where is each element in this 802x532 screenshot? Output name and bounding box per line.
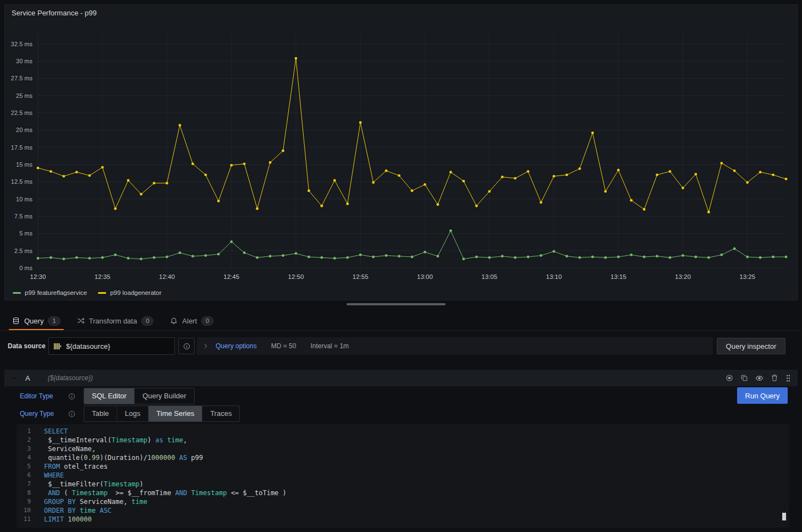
bell-icon [170,317,178,325]
datasource-value: ${datasource} [66,342,159,350]
tab-transform-data[interactable]: Transform data 0 [70,311,161,330]
legend-item-loadgenerator[interactable]: p99 loadgenerator [98,289,161,296]
svg-text:17.5 ms: 17.5 ms [11,144,33,151]
max-data-points-value: MD = 50 [271,342,296,350]
panel-title[interactable]: Service Performance - p99 [5,5,797,21]
query-type-time-series[interactable]: Time Series [149,406,202,421]
interval-value: Interval = 1m [310,342,349,350]
tab-label: Query [24,317,43,325]
code-line[interactable]: 7 $__timeFilter(Timestamp) [17,480,789,489]
info-circle-icon[interactable] [68,393,75,400]
tab-label: Alert [182,317,197,325]
line-number: 1 [17,427,31,436]
code-line[interactable]: 9GROUP BY ServiceName, time [17,497,789,506]
datasource-picker[interactable]: ${datasource} [48,337,175,355]
svg-text:12:35: 12:35 [95,273,111,280]
query-type-label: Query Type [20,410,68,418]
trash-icon[interactable] [771,374,778,382]
svg-text:25 ms: 25 ms [16,92,32,99]
line-number: 3 [17,445,31,453]
line-number: 7 [17,480,31,489]
overview-ruler-cursor-marker [782,513,786,520]
code-line[interactable]: 3 ServiceName, [17,445,789,453]
legend-swatch-yellow [98,292,106,294]
svg-text:7.5 ms: 7.5 ms [14,213,33,220]
sql-code-editor[interactable]: 1SELECT2 $__timeInterval(Timestamp) as t… [17,424,789,528]
drag-handle-icon[interactable] [785,374,791,382]
query-row-header[interactable]: A (${datasource}) [4,370,798,386]
run-query-button[interactable]: Run Query [737,387,788,404]
query-row-actions [726,374,791,382]
chevron-down-icon [11,375,18,381]
code-line[interactable]: 11LIMIT 100000 [17,515,789,524]
svg-text:32.5 ms: 32.5 ms [11,41,33,47]
line-number: 10 [17,506,31,515]
svg-text:10 ms: 10 ms [16,196,32,202]
query-inspector-button[interactable]: Query inspector [717,338,785,354]
line-number: 4 [17,453,31,462]
line-number: 6 [17,471,31,480]
record-circle-icon[interactable] [726,374,733,382]
svg-text:5 ms: 5 ms [19,230,32,237]
datasource-info-button[interactable] [178,338,195,354]
tabs-divider [0,330,802,331]
info-circle-icon[interactable] [68,410,75,418]
chart-legend: p99 featureflagservice p99 loadgenerator [13,289,162,296]
editor-type-toggle: SQL Editor Query Builder [84,388,195,404]
code-line[interactable]: 8 AND ( Timestamp >= $__fromTime AND Tim… [17,489,789,497]
svg-text:0 ms: 0 ms [19,265,32,271]
info-circle-icon [183,343,190,350]
query-type-table[interactable]: Table [84,406,117,421]
tab-badge: 0 [201,316,213,326]
query-options-header[interactable]: Query options MD = 50 Interval = 1m [197,337,713,355]
timeseries-chart: 0 ms2.5 ms5 ms7.5 ms10 ms12.5 ms15 ms17.… [5,21,797,286]
svg-text:22.5 ms: 22.5 ms [11,109,33,116]
chevron-down-icon [163,343,170,349]
line-number: 2 [17,436,31,445]
line-number: 5 [17,462,31,471]
copy-icon[interactable] [740,374,748,382]
svg-text:13:25: 13:25 [739,273,755,280]
code-line[interactable]: 10ORDER BY time ASC [17,506,789,515]
query-type-traces[interactable]: Traces [202,406,239,421]
horizontal-scrollbar-thumb[interactable] [347,303,446,305]
code-lines: 1SELECT2 $__timeInterval(Timestamp) as t… [17,427,789,524]
query-type-toggle: Table Logs Time Series Traces [84,405,240,422]
svg-text:15 ms: 15 ms [16,161,32,168]
angle-right-icon [202,343,209,349]
tab-query[interactable]: Query 1 [6,311,67,330]
code-line[interactable]: 1SELECT [17,427,789,436]
datasource-label: Data source [8,337,46,355]
legend-swatch-green [13,292,21,294]
eye-icon[interactable] [755,374,763,382]
code-line[interactable]: 6WHERE [17,471,789,480]
svg-text:12:50: 12:50 [288,273,304,280]
line-number: 9 [17,497,31,506]
svg-text:13:00: 13:00 [417,273,433,280]
legend-item-featureflagservice[interactable]: p99 featureflagservice [13,289,87,296]
editor-tabs: Query 1 Transform data 0 Alert 0 [6,311,220,330]
query-options-label: Query options [216,342,257,350]
legend-label: p99 loadgenerator [110,289,161,296]
editor-type-label: Editor Type [20,392,68,400]
shuffle-icon [77,317,85,325]
svg-text:12:45: 12:45 [223,273,239,280]
tab-badge: 0 [141,316,153,326]
editor-type-sql-editor[interactable]: SQL Editor [84,388,135,404]
svg-text:12:40: 12:40 [159,273,175,280]
query-ref-id: A [25,374,30,382]
query-type-label-row: Query Type [20,405,75,422]
editor-type-query-builder[interactable]: Query Builder [135,388,194,404]
svg-text:30 ms: 30 ms [16,58,32,64]
svg-text:12.5 ms: 12.5 ms [11,178,33,185]
svg-text:12:55: 12:55 [353,273,369,280]
code-line[interactable]: 5FROM otel_traces [17,462,789,471]
tab-alert[interactable]: Alert 0 [163,311,220,330]
svg-text:13:05: 13:05 [481,273,497,280]
line-number: 8 [17,489,31,497]
clickhouse-logo-icon [53,342,62,350]
svg-text:13:20: 13:20 [675,273,691,280]
query-type-logs[interactable]: Logs [117,406,149,421]
code-line[interactable]: 2 $__timeInterval(Timestamp) as time, [17,436,789,445]
code-line[interactable]: 4 quantile(0.99)(Duration)/1000000 AS p9… [17,453,789,462]
